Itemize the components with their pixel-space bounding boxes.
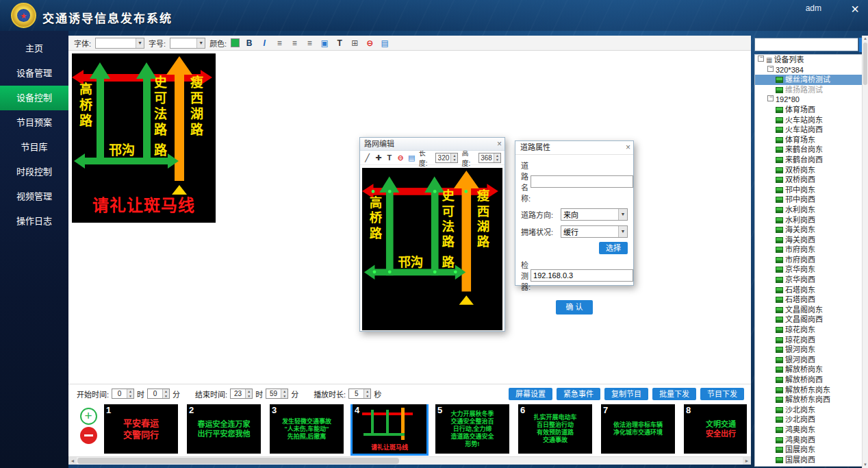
copy-program-button[interactable]: 复制节目 bbox=[604, 388, 648, 400]
align-left-icon[interactable]: ≡ bbox=[274, 38, 285, 48]
insert-image-icon[interactable]: ▣ bbox=[319, 38, 330, 48]
arrow-down-icon[interactable]: ▼ bbox=[127, 394, 133, 399]
horizontal-scrollbar[interactable]: ◄ ► bbox=[68, 456, 751, 465]
font-select[interactable]: ▼ bbox=[95, 38, 144, 49]
remove-program-button[interactable] bbox=[80, 427, 97, 444]
sidebar-item-time-control[interactable]: 时段控制 bbox=[0, 160, 68, 184]
device-item[interactable]: 石塔岗西 bbox=[755, 295, 866, 305]
collapse-icon[interactable] bbox=[767, 66, 774, 72]
device-item[interactable]: 水利岗东 bbox=[755, 205, 866, 215]
playlist-item-7[interactable]: 7 依法治理非标车辆 净化城市交通环境 bbox=[601, 404, 675, 454]
start-minute-stepper[interactable]: 0 ▲▼ bbox=[147, 389, 170, 399]
arrow-down-icon[interactable]: ▼ bbox=[281, 394, 288, 399]
logged-in-user[interactable]: adm bbox=[806, 3, 821, 13]
stepper-arrows[interactable]: ▲▼ bbox=[450, 153, 457, 162]
sidebar-item-operation-log[interactable]: 操作日志 bbox=[0, 209, 68, 234]
device-item[interactable]: 邗中岗西 bbox=[755, 195, 866, 205]
sidebar-item-program-library[interactable]: 节目库 bbox=[0, 135, 68, 160]
sidebar-item-device-manage[interactable]: 设备管理 bbox=[0, 61, 68, 86]
tree-group-192x80[interactable]: 192*80 bbox=[755, 95, 866, 105]
device-item[interactable]: 解放桥东岗东 bbox=[755, 385, 866, 395]
length-stepper[interactable]: 320 ▲▼ bbox=[435, 153, 458, 163]
device-item[interactable]: 双桥岗东 bbox=[755, 165, 866, 175]
congestion-select[interactable]: 缓行 ▼ bbox=[561, 225, 628, 238]
collapse-icon[interactable] bbox=[767, 95, 774, 101]
search-input[interactable] bbox=[754, 38, 858, 51]
fit-screen-icon[interactable]: ⊞ bbox=[349, 38, 360, 48]
device-item[interactable]: 维扬路测试 bbox=[755, 85, 866, 95]
edit-handle[interactable] bbox=[388, 190, 392, 193]
edit-handle[interactable] bbox=[373, 270, 376, 273]
playlist-item-6[interactable]: 6 扎实开展电动车 百日整治行动 有效预防道路 交通事故 bbox=[518, 404, 592, 454]
scroll-up-icon[interactable]: ▲ bbox=[863, 36, 868, 42]
end-hour-stepper[interactable]: 23 ▲▼ bbox=[230, 389, 253, 399]
device-item[interactable]: 京华岗东 bbox=[755, 264, 866, 275]
device-item[interactable]: 文昌阁岗东 bbox=[755, 305, 866, 315]
close-icon[interactable]: × bbox=[626, 141, 630, 154]
detector-field[interactable] bbox=[531, 269, 633, 282]
arrow-down-icon[interactable]: ▼ bbox=[364, 394, 370, 399]
device-item[interactable]: 琼花岗西 bbox=[755, 335, 866, 345]
align-center-icon[interactable]: ≡ bbox=[289, 38, 300, 48]
device-item[interactable]: 市府岗东 bbox=[755, 245, 866, 255]
close-icon[interactable]: × bbox=[497, 138, 502, 150]
edit-handle[interactable] bbox=[372, 190, 375, 193]
confirm-button[interactable]: 确 认 bbox=[556, 300, 592, 315]
device-item[interactable]: 海关岗西 bbox=[755, 235, 866, 245]
stepper-arrows[interactable]: ▲▼ bbox=[162, 389, 169, 398]
tree-group-320x384[interactable]: 320*384 bbox=[755, 65, 866, 75]
vertical-scrollbar[interactable]: ▲ ▼ bbox=[862, 36, 868, 468]
playlist-item-3[interactable]: 3 发生轻微交通事故 "人未伤,车能动" 先拍照,后撤离 bbox=[270, 404, 344, 454]
add-text-icon[interactable]: T bbox=[385, 153, 393, 162]
playlist-item-5[interactable]: 5 大力开展秋冬季 交通安全整治百 日行动,全力缔 造道路交通安全 形势! bbox=[435, 404, 509, 454]
playlist-item-2[interactable]: 2 春运安全连万家 出行平安您我他 bbox=[187, 404, 261, 454]
device-item[interactable]: 市府岗西 bbox=[755, 255, 866, 265]
device-item[interactable]: 石塔岗东 bbox=[755, 285, 866, 295]
emergency-event-button[interactable]: 紧急事件 bbox=[557, 388, 600, 400]
close-icon[interactable]: × bbox=[847, 1, 863, 16]
arrow-down-icon[interactable]: ▼ bbox=[163, 394, 169, 399]
device-item[interactable]: 水利岗西 bbox=[755, 215, 866, 225]
stepper-arrows[interactable]: ▲▼ bbox=[127, 389, 133, 398]
scroll-right-icon[interactable]: ► bbox=[743, 457, 751, 465]
playlist-item-1[interactable]: 1 平安春运 交警同行 bbox=[104, 404, 178, 454]
stepper-arrows[interactable]: ▲▼ bbox=[281, 389, 288, 398]
scrollbar-thumb[interactable] bbox=[863, 42, 867, 85]
sidebar-item-home[interactable]: 主页 bbox=[0, 36, 68, 61]
device-item[interactable]: 体育场西 bbox=[755, 105, 866, 115]
device-item[interactable]: 双桥岗西 bbox=[755, 175, 866, 185]
device-item[interactable]: 来鹤台岗东 bbox=[755, 145, 866, 155]
collapse-icon[interactable] bbox=[758, 56, 764, 62]
device-item[interactable]: 国展岗东 bbox=[755, 445, 866, 455]
device-item[interactable]: 解放桥岗东 bbox=[755, 365, 866, 375]
save-icon[interactable]: ▤ bbox=[379, 38, 390, 48]
insert-text-icon[interactable]: T bbox=[334, 38, 345, 48]
device-item[interactable]: 鸿奥岗东 bbox=[755, 425, 866, 435]
device-item[interactable]: 解放桥东岗西 bbox=[755, 395, 866, 405]
device-item[interactable]: 海关岗东 bbox=[755, 225, 866, 235]
add-node-icon[interactable]: ✚ bbox=[374, 153, 382, 162]
playlist-item-8[interactable]: 8 文明交通安全出行 bbox=[684, 404, 747, 454]
arrow-down-icon[interactable]: ▼ bbox=[494, 158, 500, 162]
stepper-arrows[interactable]: ▲▼ bbox=[494, 153, 500, 162]
stepper-arrows[interactable]: ▲▼ bbox=[363, 389, 370, 398]
edit-handle[interactable] bbox=[464, 190, 468, 193]
start-hour-stepper[interactable]: 0 ▲▼ bbox=[112, 389, 134, 399]
road-direction-select[interactable]: 来向 ▼ bbox=[561, 208, 628, 221]
height-stepper[interactable]: 368 ▲▼ bbox=[478, 153, 501, 163]
device-item[interactable]: 火车站岗东 bbox=[755, 115, 866, 125]
duration-stepper[interactable]: 5 ▲▼ bbox=[348, 389, 371, 399]
device-item[interactable]: 文昌阁岗西 bbox=[755, 315, 866, 325]
sidebar-item-device-control[interactable]: 设备控制 bbox=[0, 86, 68, 110]
scroll-down-icon[interactable]: ▼ bbox=[863, 462, 868, 468]
device-item[interactable]: 沙北岗西 bbox=[755, 415, 866, 425]
dialog-titlebar[interactable]: 道路属性 × bbox=[515, 141, 633, 155]
sidebar-item-video-manage[interactable]: 视频管理 bbox=[0, 184, 68, 209]
edit-handle[interactable] bbox=[388, 270, 392, 273]
align-right-icon[interactable]: ≡ bbox=[304, 38, 315, 48]
scrollbar-thumb[interactable] bbox=[77, 458, 399, 464]
road-network-canvas[interactable]: 高桥路 史可法路 瘦西湖路 邗沟 路 请礼让斑马线 bbox=[362, 168, 502, 330]
save-icon[interactable]: ▤ bbox=[408, 153, 416, 162]
dialog-titlebar[interactable]: 路网编辑 × bbox=[360, 138, 505, 151]
device-item[interactable]: 银河岗西 bbox=[755, 355, 866, 365]
